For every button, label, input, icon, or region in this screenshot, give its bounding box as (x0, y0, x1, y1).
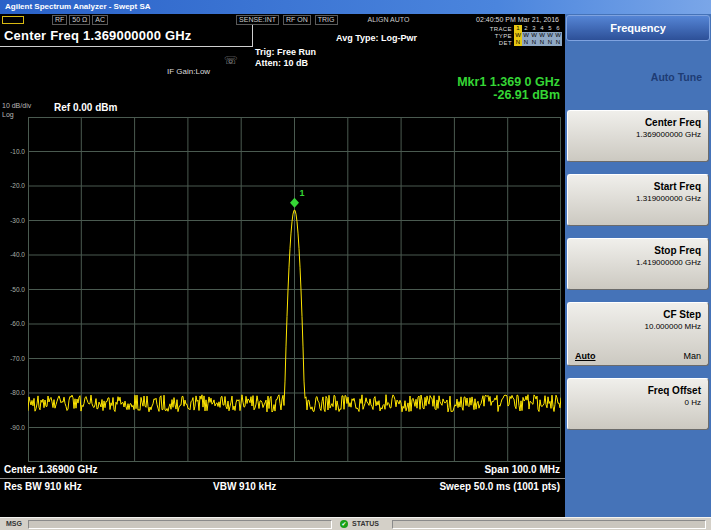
det-label: DET (499, 40, 512, 46)
softkey-menu: Frequency Auto Tune Center Freq 1.369000… (565, 14, 711, 517)
softkey-label: Start Freq (572, 181, 701, 192)
softkey-cf-step[interactable]: CF Step 10.000000 MHz Auto Man (567, 302, 709, 366)
type-cell: W (530, 32, 538, 39)
sense-indicator: SENSE:INT (236, 15, 279, 25)
softkey-start-freq[interactable]: Start Freq 1.319000000 GHz (567, 174, 709, 226)
trigger-info: Trig: Free Run Atten: 10 dB (255, 47, 316, 69)
coupling-indicator: AC (92, 15, 108, 25)
window-titlebar: Agilent Spectrum Analyzer - Swept SA (0, 0, 711, 14)
align-indicator: ALIGN AUTO (366, 16, 412, 24)
status-ok-icon: ✔ (340, 520, 348, 528)
det-cell: N (514, 39, 522, 46)
softkey-label: Freq Offset (572, 385, 701, 396)
if-gain-label: IF Gain:Low (167, 67, 210, 76)
avg-type-label: Avg Type: Log-Pwr (336, 33, 417, 43)
softkey-label: Center Freq (572, 117, 701, 128)
atten-label: Atten: 10 dB (255, 58, 316, 69)
status-label: STATUS (352, 520, 379, 527)
trace-info-panel: TRACE 1 2 3 4 5 6 TYPE W W W W W W DET N… (490, 25, 562, 46)
type-cell: W (522, 32, 530, 39)
det-cell: N (554, 39, 562, 46)
y-axis-tick: -10.0 (0, 148, 25, 155)
marker-readout: Mkr1 1.369 0 GHz -26.91 dBm (457, 76, 560, 102)
marker-amplitude: -26.91 dBm (457, 89, 560, 102)
y-axis-tick: -90.0 (0, 424, 25, 431)
det-cell: N (546, 39, 554, 46)
footer-sweep: Sweep 50.0 ms (1001 pts) (439, 481, 560, 492)
display-area: RF 50 Ω AC SENSE:INT RF ON TRIG ALIGN AU… (0, 14, 565, 517)
softkey-value: 1.319000000 GHz (572, 194, 701, 203)
trace-cell: 3 (530, 25, 538, 32)
det-row: DET N N N N N N (490, 39, 562, 46)
trace-cell: 1 (514, 25, 522, 32)
softkey-stop-freq[interactable]: Stop Freq 1.419000000 GHz (567, 238, 709, 290)
impedance-indicator: 50 Ω (69, 15, 90, 25)
rf-indicator: RF (52, 15, 67, 25)
trace-row: TRACE 1 2 3 4 5 6 (490, 25, 562, 32)
window-title: Agilent Spectrum Analyzer - Swept SA (5, 2, 151, 11)
msg-label: MSG (6, 520, 22, 527)
softkey-label: CF Step (572, 309, 701, 320)
auto-man-toggle: Auto Man (575, 351, 701, 361)
y-axis-tick: -40.0 (0, 251, 25, 258)
y-axis-tick: -50.0 (0, 286, 25, 293)
y-axis-tick: -80.0 (0, 389, 25, 396)
type-cell: W (514, 32, 522, 39)
softkey-value: 10.000000 MHz (572, 322, 701, 331)
softkey-value: 1.419000000 GHz (572, 258, 701, 267)
scale-per-div-label: 10 dB/div (2, 102, 31, 109)
det-cell: N (530, 39, 538, 46)
softkey-auto-tune[interactable]: Auto Tune (567, 54, 709, 100)
status-area (392, 520, 706, 529)
type-cell: W (538, 32, 546, 39)
softkey-value: 1.369000000 GHz (572, 130, 701, 139)
footer-divider (0, 478, 565, 479)
center-freq-readout: Center Freq 1.369000000 GHz (0, 25, 253, 47)
ref-level-label: Ref 0.00 dBm (54, 102, 117, 113)
svg-text:1: 1 (300, 188, 305, 198)
analyzer-window: Agilent Spectrum Analyzer - Swept SA RF … (0, 0, 711, 530)
footer-span: Span 100.0 MHz (484, 464, 560, 475)
top-left-indicator (2, 16, 24, 24)
softkey-label: Stop Freq (572, 245, 701, 256)
menu-title: Frequency (566, 15, 710, 41)
type-cell: W (554, 32, 562, 39)
type-cell: W (546, 32, 554, 39)
softkey-center-freq[interactable]: Center Freq 1.369000000 GHz (567, 110, 709, 162)
softkey-label: Auto Tune (571, 71, 702, 83)
type-row: TYPE W W W W W W (490, 32, 562, 39)
footer-vbw: VBW 910 kHz (213, 481, 276, 492)
y-axis-tick: -70.0 (0, 355, 25, 362)
trig-indicator: TRIG (315, 15, 338, 25)
y-axis-tick: -60.0 (0, 320, 25, 327)
status-taskbar: MSG ✔ STATUS (0, 517, 711, 530)
graticule: 1 (28, 117, 561, 462)
softkey-freq-offset[interactable]: Freq Offset 0 Hz (567, 378, 709, 430)
trace-cell: 4 (538, 25, 546, 32)
message-area (28, 520, 332, 529)
y-axis-tick: -20.0 (0, 182, 25, 189)
status-bar: RF 50 Ω AC SENSE:INT RF ON TRIG ALIGN AU… (0, 14, 565, 25)
rf-on-indicator: RF ON (283, 15, 311, 25)
toggle-auto[interactable]: Auto (575, 351, 596, 361)
det-cell: N (538, 39, 546, 46)
trace-label: TRACE (490, 26, 512, 32)
scale-type-label: Log (2, 111, 14, 118)
toggle-man[interactable]: Man (683, 351, 701, 361)
type-label: TYPE (495, 33, 512, 39)
softkey-value: 0 Hz (572, 398, 701, 407)
y-axis-tick: -30.0 (0, 217, 25, 224)
spectrum-plot: 1 (28, 117, 561, 462)
trace-cell: 5 (546, 25, 554, 32)
datetime-label: 02:40:50 PM Mar 21, 2016 (474, 16, 561, 24)
det-cell: N (522, 39, 530, 46)
trace-cell: 2 (522, 25, 530, 32)
footer-center-freq: Center 1.36900 GHz (4, 464, 97, 475)
footer-res-bw: Res BW 910 kHz (4, 481, 82, 492)
coupling-icon: ☏ (224, 55, 238, 66)
trace-cell: 6 (554, 25, 562, 32)
trig-mode-label: Trig: Free Run (255, 47, 316, 58)
